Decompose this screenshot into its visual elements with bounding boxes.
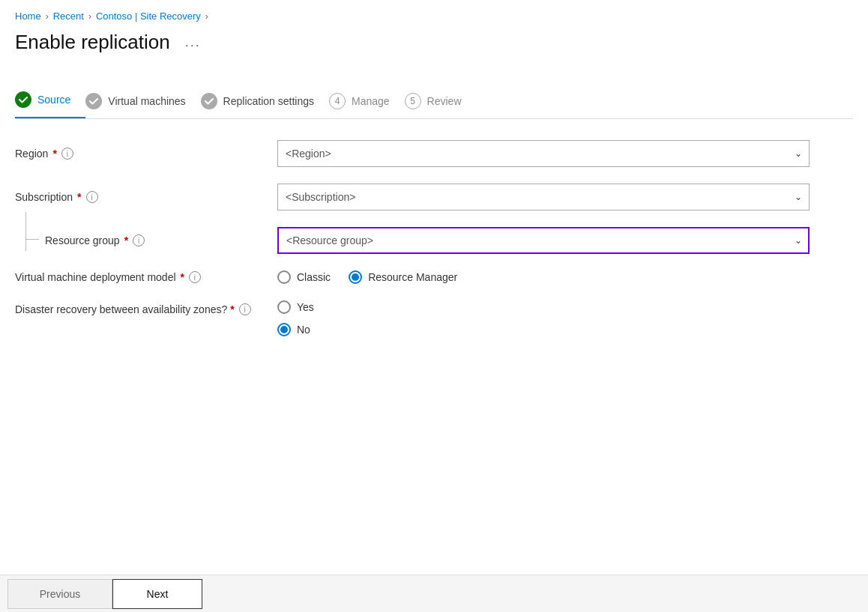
breadcrumb: Home › Recent › Contoso | Site Recovery … — [0, 0, 868, 26]
radio-no-outer — [277, 323, 291, 336]
subscription-info-icon[interactable]: i — [86, 191, 98, 203]
resource-group-select[interactable]: <Resource group> — [277, 227, 810, 254]
disaster-recovery-radio-group: Yes No — [277, 300, 810, 336]
region-control: <Region> ⌄ — [277, 140, 810, 167]
resource-group-label-area: Resource group * i — [15, 227, 277, 254]
deployment-model-label: Virtual machine deployment model * i — [15, 271, 277, 283]
radio-no[interactable]: No — [277, 323, 810, 336]
step-source-label: Source — [37, 94, 70, 106]
breadcrumb-recent[interactable]: Recent — [53, 10, 84, 22]
deployment-model-radio-group: Classic Resource Manager — [277, 270, 810, 284]
subscription-select[interactable]: <Subscription> — [277, 184, 810, 210]
step-review[interactable]: 5 Review — [405, 85, 477, 118]
disaster-recovery-label-text: Disaster recovery between availability z… — [15, 303, 235, 315]
more-options-button[interactable]: ... — [179, 31, 207, 53]
subscription-label: Subscription * i — [15, 191, 277, 203]
disaster-recovery-control: Yes No — [277, 300, 810, 336]
step-manage-label: Manage — [352, 95, 390, 107]
radio-no-label: No — [297, 324, 310, 336]
radio-no-inner — [280, 326, 288, 333]
disaster-recovery-row: Disaster recovery between availability z… — [15, 300, 810, 336]
subscription-label-text: Subscription — [15, 191, 73, 203]
radio-classic-label: Classic — [297, 271, 331, 283]
step-vm-label: Virtual machines — [108, 95, 185, 107]
step-replication-settings[interactable]: Replication settings — [201, 85, 329, 118]
subscription-row: Subscription * i <Subscription> ⌄ — [15, 184, 810, 210]
steps-nav: Source Virtual machines Replication sett… — [0, 69, 868, 118]
step-virtual-machines[interactable]: Virtual machines — [85, 85, 200, 118]
deployment-model-label-text: Virtual machine deployment model — [15, 271, 176, 283]
deployment-model-info-icon[interactable]: i — [189, 271, 201, 283]
subscription-control: <Subscription> ⌄ — [277, 184, 810, 210]
form-area: Region * i <Region> ⌄ Subscription * i — [0, 119, 825, 368]
disaster-recovery-label: Disaster recovery between availability z… — [15, 300, 277, 315]
page-header: Enable replication ... — [0, 26, 868, 69]
region-select[interactable]: <Region> — [277, 140, 810, 167]
indent-horizontal-line — [25, 239, 39, 240]
radio-yes-label: Yes — [297, 301, 314, 313]
step-source[interactable]: Source — [15, 84, 85, 118]
resource-group-indent-marker — [15, 227, 39, 254]
step-replication-icon — [201, 93, 217, 109]
radio-resource-manager-label: Resource Manager — [368, 271, 457, 283]
region-label: Region * i — [15, 148, 277, 160]
step-manage-icon: 4 — [329, 93, 346, 109]
resource-group-label: Resource group * i — [45, 234, 145, 246]
step-vm-icon — [85, 93, 102, 109]
region-required: * — [52, 148, 56, 160]
deployment-model-row: Virtual machine deployment model * i Cla… — [15, 270, 810, 284]
step-manage[interactable]: 4 Manage — [329, 85, 405, 118]
deployment-model-required: * — [181, 271, 184, 283]
resource-group-row: Resource group * i <Resource group> ⌄ — [15, 227, 810, 254]
disaster-recovery-info-icon[interactable]: i — [239, 303, 251, 315]
indent-vertical-line — [25, 212, 26, 251]
radio-classic[interactable]: Classic — [277, 270, 331, 284]
resource-group-info-icon[interactable]: i — [133, 234, 145, 246]
resource-group-select-wrapper: <Resource group> ⌄ — [277, 227, 810, 254]
resource-group-required: * — [124, 234, 128, 246]
radio-resource-manager-inner — [352, 273, 359, 281]
region-info-icon[interactable]: i — [61, 148, 73, 160]
step-review-label: Review — [427, 95, 462, 107]
resource-group-label-text: Resource group — [45, 234, 120, 246]
radio-resource-manager-outer — [349, 270, 362, 284]
radio-yes[interactable]: Yes — [277, 300, 810, 314]
step-review-icon: 5 — [405, 93, 421, 109]
breadcrumb-home[interactable]: Home — [15, 10, 41, 22]
disaster-recovery-required: * — [230, 303, 234, 315]
radio-classic-outer — [277, 270, 291, 284]
breadcrumb-contoso[interactable]: Contoso | Site Recovery — [96, 10, 201, 22]
deployment-model-control: Classic Resource Manager — [277, 270, 810, 284]
step-source-icon — [15, 91, 31, 108]
region-select-wrapper: <Region> ⌄ — [277, 140, 810, 167]
region-label-text: Region — [15, 148, 48, 160]
subscription-required: * — [77, 191, 81, 203]
subscription-select-wrapper: <Subscription> ⌄ — [277, 184, 810, 210]
resource-group-control: <Resource group> ⌄ — [277, 227, 810, 254]
region-row: Region * i <Region> ⌄ — [15, 140, 810, 167]
step-replication-label: Replication settings — [223, 95, 314, 107]
page-title: Enable replication — [15, 31, 170, 54]
radio-resource-manager[interactable]: Resource Manager — [349, 270, 457, 284]
radio-yes-outer — [277, 300, 291, 314]
